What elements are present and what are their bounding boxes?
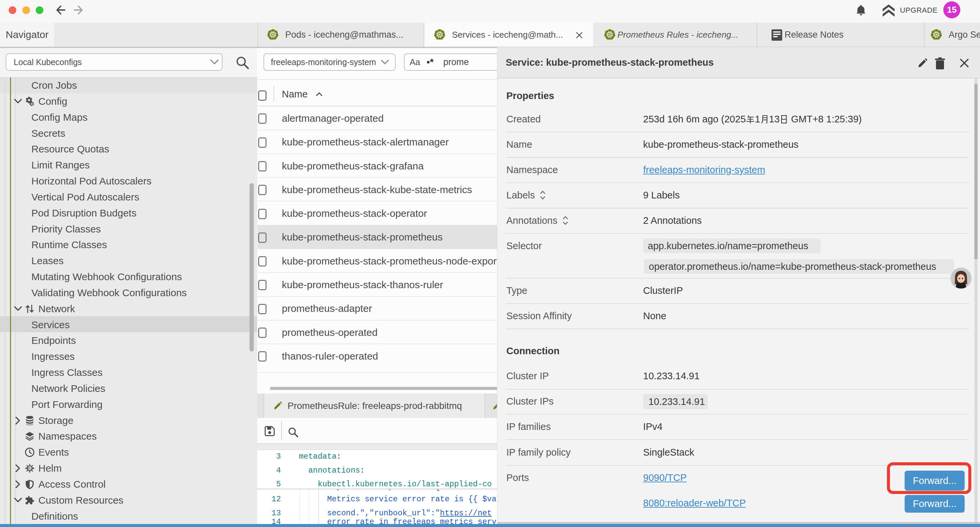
svg-text:HELM: HELM — [26, 467, 34, 470]
